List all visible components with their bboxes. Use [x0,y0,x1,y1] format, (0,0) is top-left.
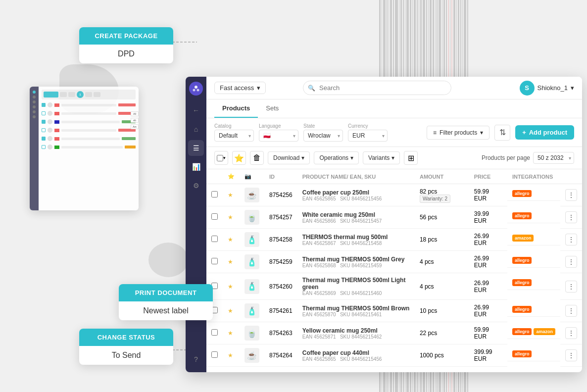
per-page-select[interactable]: 50 z 2032 [533,152,574,164]
product-image: 🍵 [245,326,259,341]
row-name-cell: Thermal mug THERMOS 500ml Light green EA… [297,273,415,300]
star-icon[interactable]: ★ [228,214,233,221]
star-icon[interactable]: ★ [228,352,233,359]
star-icon[interactable]: ★ [228,330,233,337]
star-icon[interactable]: ★ [228,283,233,290]
allegro-badge: allegro [512,328,532,335]
mini-btn-primary [44,92,58,98]
sort-options-button[interactable]: ⇅ [494,125,510,141]
star-filter-button[interactable]: ⭐ [232,151,246,165]
product-meta: EAN 45625866 SKU 84456215457 [302,218,410,224]
sidebar-back-icon[interactable]: ← [188,102,204,118]
product-image: 🧴 [245,303,259,318]
star-icon[interactable]: ★ [228,192,233,198]
allegro-badge: allegro [512,306,532,313]
catalog-filter: Catalog Default [214,123,254,142]
product-price: 26.99 EUR [474,233,489,246]
sidebar-chart-icon[interactable]: 📊 [188,159,204,175]
product-price: 39.99 EUR [474,210,489,224]
variants-button[interactable]: Variants ▾ [363,151,400,164]
row-more-button[interactable]: ⋮ [565,211,577,223]
search-icon: 🔍 [308,85,315,92]
row-more-button[interactable]: ⋮ [565,256,577,268]
delete-button[interactable]: 🗑 [250,151,264,165]
language-select[interactable]: 🇵🇱 [259,130,298,142]
row-checkbox-cell [206,322,223,344]
row-id-cell: 8754260 [264,273,297,300]
product-image: 🧴 [245,254,259,269]
allegro-badge: allegro [512,212,532,219]
checkbox-all-button[interactable]: ▾ [214,151,228,165]
row-img-cell: 🧴 [240,273,264,300]
row-name-cell: Coffee paper cup 250ml EAN 45625865 SKU … [297,184,415,206]
currency-select[interactable]: EUR [348,130,388,142]
sidebar-help-icon[interactable]: ? [188,351,204,367]
row-more-button[interactable]: ⋮ [565,349,577,361]
allegro-badge: allegro [512,190,532,197]
state-select-wrap: Wroclaw [303,130,343,142]
table-row: ★ 🍵 8754263 Yellow ceramic mug 250ml EAN… [206,322,582,344]
row-more-button[interactable]: ⋮ [565,189,577,201]
download-label: Download [273,154,299,161]
row-more-button[interactable]: ⋮ [565,281,577,293]
row-id-cell: 8754261 [264,300,297,322]
product-image: ☕ [245,188,259,202]
mini-side-labels: All eb Am [131,111,139,129]
row-name-cell: THERMOS thermal mug 500ml EAN 45625867 S… [297,229,415,251]
filter-products-button[interactable]: ≡ Filter products ▾ [427,126,489,140]
product-amount: 22 pcs [420,330,437,337]
row-id-cell: 8754264 [264,344,297,367]
product-id: 8754257 [269,214,293,221]
language-label: Language [259,123,298,129]
actions-bar: ▾ ⭐ 🗑 Download ▾ Operations ▾ Variants ▾… [206,147,582,169]
row-img-cell: 🍵 [240,206,264,229]
select-all-checkbox[interactable] [217,155,223,161]
topbar-fast-access[interactable]: Fast access ▾ [214,82,266,94]
search-input[interactable] [303,81,451,95]
product-name: Thermal mug THERMOS 500ml Light green [302,277,410,291]
row-amount-cell: 56 pcs [415,206,469,229]
add-product-button[interactable]: + Add product [515,125,574,140]
sidebar-products-icon[interactable]: ☰ [188,140,204,156]
connector-create-package [172,27,197,57]
row-more-button[interactable]: ⋮ [565,305,577,317]
row-checkbox[interactable] [211,213,218,220]
filter-chevron: ▾ [480,129,483,136]
state-select[interactable]: Wroclaw [303,130,343,142]
row-checkbox[interactable] [211,351,218,358]
table-row: ★ ☕ 8754264 Coffee paper cup 440ml EAN 4… [206,344,582,367]
sidebar-home-icon[interactable]: ⌂ [188,121,204,137]
product-name: THERMOS thermal mug 500ml [302,234,410,241]
column-settings-button[interactable]: ⊞ [404,151,418,165]
row-img-cell: ☕ [240,184,264,206]
state-label: State [303,123,343,129]
sidebar-settings-icon[interactable]: ⚙ [188,178,204,194]
tab-sets[interactable]: Sets [258,99,287,118]
product-name: Yellow ceramic mug 250ml [302,327,410,334]
star-icon[interactable]: ★ [228,258,233,265]
mini-btn-sm-4 [94,92,100,97]
topbar-user[interactable]: S Shiokno_1 ▾ [520,81,574,96]
row-more-button[interactable]: ⋮ [565,234,577,245]
row-amount-cell: 10 pcs [415,300,469,322]
row-checkbox[interactable] [211,258,218,264]
mini-app-preview: 1 [30,87,139,210]
col-price: PRICE [469,169,507,184]
products-table-scroll: ⭐ 📷 ID PRODUCT NAME/ EAN, SKU AMOUNT PRI… [206,169,582,367]
app-sidebar: ← ⌂ ☰ 📊 ⚙ ? [186,77,206,372]
catalog-select[interactable]: Default [214,130,254,142]
row-checkbox[interactable] [211,329,218,336]
star-icon[interactable]: ★ [228,307,233,314]
row-checkbox[interactable] [211,236,218,242]
operations-button[interactable]: Operations ▾ [314,151,359,164]
row-more-button[interactable]: ⋮ [565,327,577,339]
row-name-cell: Thermal mug THERMOS 500ml Brown EAN 4562… [297,300,415,322]
row-price-cell: 26.99 EUR [469,300,507,322]
tab-products[interactable]: Products [214,99,258,118]
row-name-cell: Yellow ceramic mug 250ml EAN 45625871 SK… [297,322,415,344]
row-integrations-cell: amazon [507,229,560,245]
star-icon[interactable]: ★ [228,236,233,243]
row-checkbox[interactable] [211,191,218,197]
row-actions-cell: ⋮ [560,322,582,344]
download-button[interactable]: Download ▾ [268,151,310,164]
